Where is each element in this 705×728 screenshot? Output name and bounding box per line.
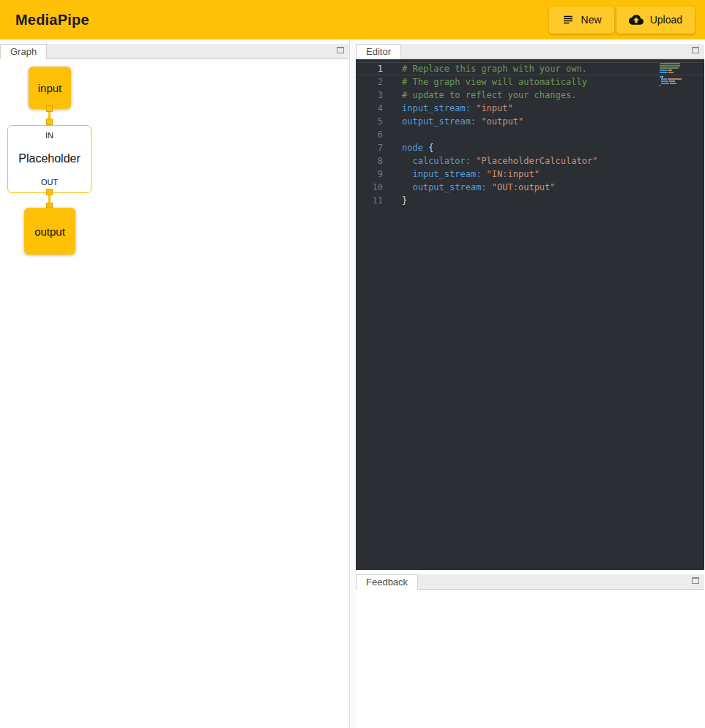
code-line[interactable]: 5output_stream: "output" — [356, 115, 704, 128]
code-line[interactable]: 2# The graph view will automatically — [356, 75, 704, 89]
minimap-line — [660, 72, 695, 73]
feedback-content — [356, 590, 704, 728]
feedback-panel: Feedback — [356, 574, 704, 728]
line-number: 8 — [356, 154, 383, 168]
graph-maximize-icon[interactable] — [337, 47, 344, 53]
graph-node-placeholder[interactable]: IN Placeholder OUT — [7, 125, 92, 193]
graph-node-output[interactable]: output — [24, 208, 75, 255]
port-input-out — [46, 105, 53, 112]
new-button[interactable]: New — [549, 7, 614, 34]
code-text: input_stream: "IN:input" — [383, 168, 540, 181]
tab-editor[interactable]: Editor — [356, 44, 401, 59]
tab-feedback[interactable]: Feedback — [356, 574, 418, 590]
line-number: 4 — [356, 102, 383, 115]
editor-tabbar: Editor — [356, 44, 704, 59]
code-line[interactable]: 10 output_stream: "OUT:output" — [356, 181, 704, 194]
minimap-line — [660, 83, 695, 84]
code-line[interactable]: 1# Replace this graph with your own. — [356, 62, 704, 75]
cloud-upload-icon — [629, 12, 644, 27]
minimap-line — [660, 65, 695, 67]
code-line[interactable]: 4input_stream: "input" — [356, 102, 704, 115]
minimap-line — [660, 78, 695, 80]
port-placeholder-in — [46, 119, 53, 125]
line-number: 2 — [356, 75, 383, 89]
editor-panel: Editor 1# Replace this graph with your o… — [356, 44, 704, 570]
code-text: node { — [383, 141, 433, 154]
code-text: output_stream: "output" — [383, 115, 523, 128]
feedback-tabbar: Feedback — [356, 574, 704, 590]
code-line[interactable]: 7node { — [356, 141, 704, 154]
code-line[interactable]: 11} — [356, 194, 704, 207]
tab-graph[interactable]: Graph — [0, 44, 47, 59]
code-lines: 1# Replace this graph with your own.2# T… — [356, 62, 704, 207]
placeholder-in-label: IN — [45, 131, 53, 140]
code-line[interactable]: 6 — [356, 128, 704, 141]
panel-resize-handle[interactable] — [350, 40, 356, 728]
list-icon — [562, 13, 575, 26]
line-number: 9 — [356, 168, 383, 181]
graph-tabbar: Graph — [0, 44, 349, 59]
upload-button[interactable]: Upload — [616, 7, 695, 34]
main-area: Graph input IN Placeholder OUT output Ed… — [0, 40, 705, 728]
minimap-line — [660, 74, 695, 75]
editor-maximize-icon[interactable] — [692, 47, 699, 53]
code-text: input_stream: "input" — [383, 102, 513, 115]
code-editor[interactable]: 1# Replace this graph with your own.2# T… — [356, 59, 704, 570]
minimap-line — [660, 85, 695, 86]
code-text: # Replace this graph with your own. — [383, 62, 587, 75]
code-text: # update to reflect your changes. — [383, 89, 576, 102]
graph-node-input[interactable]: input — [29, 67, 71, 109]
feedback-maximize-icon[interactable] — [692, 577, 699, 584]
minimap-line — [660, 80, 695, 82]
code-text — [383, 128, 402, 141]
header-actions: New Upload — [549, 7, 695, 34]
upload-button-label: Upload — [650, 14, 682, 26]
app-header: MediaPipe New Upload — [0, 0, 705, 40]
line-number: 6 — [356, 128, 383, 141]
placeholder-out-label: OUT — [41, 178, 58, 187]
code-text: } — [383, 194, 407, 207]
line-number: 10 — [356, 181, 383, 194]
code-line[interactable]: 8 calculator: "PlaceholderCalculator" — [356, 154, 704, 168]
line-number: 7 — [356, 141, 383, 154]
placeholder-title: Placeholder — [18, 152, 81, 165]
new-button-label: New — [581, 14, 602, 26]
line-number: 3 — [356, 89, 383, 102]
app-title: MediaPipe — [15, 12, 89, 29]
code-text: # The graph view will automatically — [383, 75, 587, 89]
line-number: 5 — [356, 115, 383, 128]
minimap-line — [660, 63, 695, 64]
line-number: 11 — [356, 194, 383, 207]
line-number: 1 — [356, 62, 383, 75]
minimap-line — [660, 70, 695, 71]
minimap-line — [660, 76, 695, 78]
graph-panel: Graph input IN Placeholder OUT output — [0, 40, 350, 728]
right-column: Editor 1# Replace this graph with your o… — [356, 40, 704, 728]
code-line[interactable]: 3# update to reflect your changes. — [356, 89, 704, 102]
minimap-line — [660, 67, 695, 69]
code-text: calculator: "PlaceholderCalculator" — [383, 154, 597, 168]
port-placeholder-out — [46, 189, 53, 195]
code-line[interactable]: 9 input_stream: "IN:input" — [356, 168, 704, 181]
editor-minimap[interactable] — [660, 63, 695, 87]
graph-canvas[interactable]: input IN Placeholder OUT output — [0, 59, 349, 728]
code-text: output_stream: "OUT:output" — [383, 181, 556, 194]
